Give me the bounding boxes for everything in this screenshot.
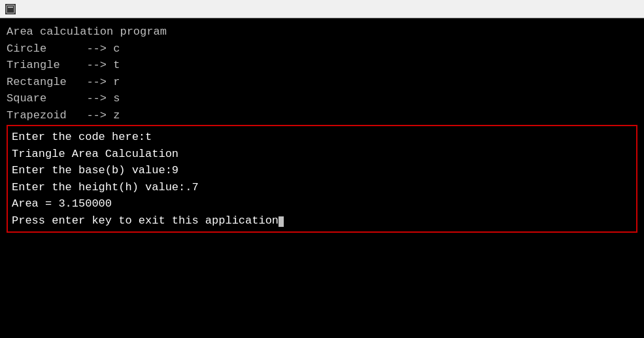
console-highlighted-section: Enter the code here:tTriangle Area Calcu… — [7, 125, 637, 233]
highlighted-line: Area = 3.150000 — [12, 195, 632, 212]
highlighted-line: Press enter key to exit this application — [12, 212, 632, 229]
console-line: Trapezoid --> z — [7, 107, 637, 124]
window-icon — [5, 4, 16, 14]
highlighted-line: Enter the base(b) value:9 — [12, 162, 632, 179]
cursor — [279, 216, 284, 227]
highlighted-line: Enter the code here:t — [12, 129, 632, 146]
console-line: Square --> s — [7, 90, 637, 107]
svg-rect-0 — [7, 5, 14, 13]
console-line: Circle --> c — [7, 41, 637, 58]
console-line: Area calculation program — [7, 24, 637, 41]
console-line: Rectangle --> r — [7, 74, 637, 91]
console-window: Area calculation programCircle --> cTria… — [0, 18, 644, 338]
console-top-section: Area calculation programCircle --> cTria… — [7, 24, 637, 124]
title-bar — [0, 0, 644, 18]
svg-rect-1 — [8, 7, 13, 8]
highlighted-line: Enter the height(h) value:.7 — [12, 179, 632, 196]
highlighted-line: Triangle Area Calculation — [12, 146, 632, 163]
console-line: Triangle --> t — [7, 57, 637, 74]
